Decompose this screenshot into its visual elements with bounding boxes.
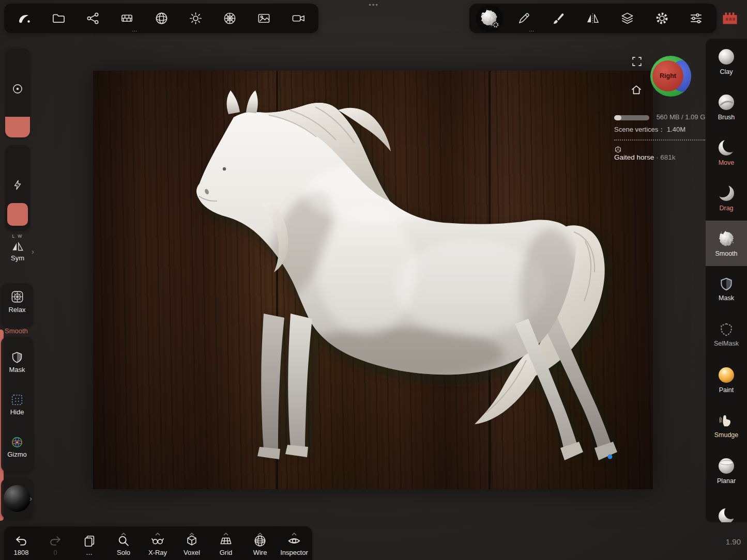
scene-graph-icon[interactable] bbox=[76, 4, 110, 33]
wire-label: Wire bbox=[253, 549, 267, 556]
active-brush-preview[interactable] bbox=[472, 4, 507, 33]
inspector-button[interactable]: Inspector bbox=[277, 530, 311, 556]
hide-button[interactable]: Hide bbox=[1, 393, 33, 416]
scene-stats-overlay: 560 MB / 1.09 G Scene vertices： 1.40M Ga… bbox=[614, 113, 708, 165]
tool-selmask[interactable]: SelMask bbox=[706, 312, 747, 357]
lighting-icon[interactable] bbox=[178, 4, 212, 33]
tool-label: Move bbox=[719, 159, 735, 166]
fullscreen-icon[interactable] bbox=[631, 56, 643, 67]
redo-count: 0 bbox=[53, 549, 57, 556]
sym-button[interactable]: L W Sym › bbox=[4, 234, 31, 262]
partial-sphere-icon bbox=[718, 507, 735, 522]
radius-slider[interactable] bbox=[5, 49, 30, 137]
scene-vertices-value: 1.40M bbox=[667, 126, 685, 133]
sym-expand-chevron[interactable]: › bbox=[32, 247, 34, 256]
layers-icon[interactable] bbox=[611, 4, 645, 33]
tool-label: Clay bbox=[720, 68, 733, 75]
radius-icon bbox=[11, 83, 24, 95]
tool-smooth[interactable]: Smooth bbox=[706, 221, 747, 266]
zoom-level: 1.90 bbox=[726, 537, 741, 546]
material-expand-chevron[interactable]: › bbox=[29, 494, 32, 503]
tool-smudge[interactable]: Smudge bbox=[706, 402, 747, 448]
left-tool-group: Mask Hide Gizmo bbox=[1, 337, 33, 472]
planar-sphere-icon bbox=[718, 457, 735, 475]
tool-label: Smudge bbox=[714, 431, 739, 439]
tool-brush[interactable]: Brush bbox=[706, 84, 747, 130]
memory-progressbar bbox=[614, 115, 649, 120]
smooth-rock-icon bbox=[718, 230, 735, 247]
sym-label: Sym bbox=[4, 254, 31, 262]
bottom-toolbar: 1808 0 … Solo bbox=[4, 526, 312, 560]
tool-mask[interactable]: Mask bbox=[706, 266, 747, 312]
gizmo-right-face[interactable]: Right bbox=[652, 60, 683, 91]
mask-button[interactable]: Mask bbox=[1, 351, 33, 374]
solo-button[interactable]: Solo bbox=[106, 530, 141, 556]
object-name[interactable]: Gaited horse bbox=[614, 153, 654, 161]
relax-label: Relax bbox=[1, 306, 33, 314]
intensity-slider[interactable] bbox=[5, 145, 30, 230]
undo-count: 1808 bbox=[14, 549, 29, 556]
wire-button[interactable]: Wire bbox=[243, 530, 277, 556]
voxel-sphere-icon[interactable] bbox=[144, 4, 178, 33]
gizmo-button[interactable]: Gizmo bbox=[1, 435, 33, 458]
window-handle-dots[interactable]: ••• bbox=[361, 1, 387, 9]
gizmo-view-label: Right bbox=[660, 72, 676, 80]
intensity-slider-handle[interactable] bbox=[7, 203, 28, 226]
scene-list-button[interactable]: … bbox=[72, 530, 106, 556]
intensity-icon bbox=[12, 179, 23, 191]
tool-planar[interactable]: Planar bbox=[706, 448, 747, 493]
scene-vertices-label: Scene vertices： bbox=[614, 126, 665, 133]
tool-label: Smooth bbox=[715, 250, 737, 257]
background-image-icon[interactable] bbox=[247, 4, 281, 33]
memory-usage: 560 MB / 1.09 G bbox=[657, 113, 706, 121]
xray-button[interactable]: X-Ray bbox=[141, 530, 175, 556]
mesh-object-icon bbox=[614, 146, 622, 153]
undo-icon bbox=[14, 534, 28, 548]
tool-label: Paint bbox=[719, 386, 734, 394]
top-left-toolbar: … bbox=[4, 4, 318, 33]
bake-icon[interactable] bbox=[720, 7, 740, 27]
home-icon[interactable] bbox=[630, 84, 643, 96]
xray-label: X-Ray bbox=[148, 549, 167, 556]
tool-clay[interactable]: Clay bbox=[706, 39, 747, 84]
undo-button[interactable]: 1808 bbox=[4, 530, 38, 556]
tool-label: Brush bbox=[718, 114, 735, 121]
gizmo-label: Gizmo bbox=[1, 450, 33, 458]
object-vertex-count: 681k bbox=[660, 153, 675, 161]
smudge-finger-icon bbox=[718, 412, 735, 429]
xray-glasses-icon bbox=[151, 534, 164, 548]
paint-sphere-icon bbox=[718, 366, 735, 384]
inspector-label: Inspector bbox=[280, 549, 308, 556]
environment-icon[interactable] bbox=[213, 4, 247, 33]
symmetry-icon[interactable] bbox=[576, 4, 610, 33]
topology-icon[interactable]: … bbox=[110, 4, 144, 33]
tool-drag[interactable]: Drag bbox=[706, 175, 747, 221]
tool-paint[interactable]: Paint bbox=[706, 357, 747, 402]
orientation-gizmo[interactable]: B Right bbox=[650, 56, 691, 97]
radius-slider-fill bbox=[5, 117, 30, 137]
smooth-peek-label[interactable]: Smooth bbox=[5, 327, 28, 335]
grid-icon bbox=[219, 534, 233, 548]
camera-icon[interactable] bbox=[281, 4, 315, 33]
material-preview-panel[interactable]: › bbox=[1, 478, 33, 519]
voxel-button[interactable]: Voxel bbox=[175, 530, 209, 556]
files-icon[interactable] bbox=[41, 4, 75, 33]
topology-more: … bbox=[132, 26, 138, 33]
tool-move[interactable]: Move bbox=[706, 130, 747, 175]
sym-mode-label: L W bbox=[4, 234, 31, 239]
wireframe-sphere-icon bbox=[253, 534, 267, 548]
relax-button[interactable]: Relax bbox=[1, 284, 33, 327]
hide-label: Hide bbox=[1, 408, 33, 416]
tool-next-partial[interactable] bbox=[706, 493, 747, 522]
tool-label: Planar bbox=[717, 477, 736, 485]
sculpt-viewport[interactable] bbox=[93, 71, 653, 489]
paintbrush-icon[interactable] bbox=[541, 4, 575, 33]
hide-selection-icon bbox=[10, 393, 24, 407]
grid-button[interactable]: Grid bbox=[209, 530, 243, 556]
interface-sliders-icon[interactable] bbox=[679, 4, 713, 33]
pencil-icon[interactable]: … bbox=[507, 4, 541, 33]
redo-button[interactable]: 0 bbox=[38, 530, 72, 556]
settings-gear-icon[interactable] bbox=[645, 4, 679, 33]
nomad-logo[interactable] bbox=[7, 4, 41, 33]
matcap-sphere[interactable] bbox=[4, 485, 31, 512]
